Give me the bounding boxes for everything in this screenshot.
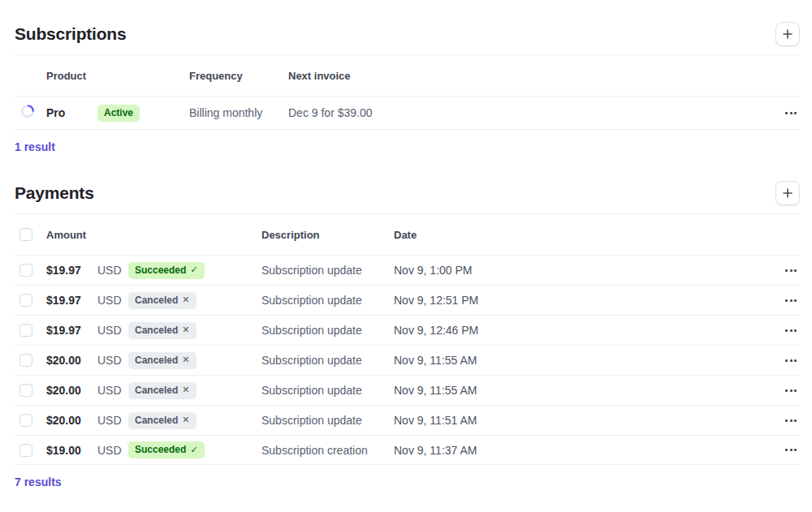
payment-checkbox-cell <box>15 294 46 307</box>
payment-description: Subscription update <box>261 384 394 397</box>
payment-amount-cell: $20.00 USD Canceled <box>46 382 261 399</box>
payment-overflow-menu-button[interactable] <box>782 265 800 277</box>
subscriptions-results-link[interactable]: 1 result <box>15 140 55 153</box>
subscriptions-col-next-invoice: Next invoice <box>288 70 767 82</box>
payment-status-badge: Succeeded <box>128 441 205 458</box>
payment-row[interactable]: $19.97 USD Succeeded Subscription update… <box>15 255 800 285</box>
payment-amount-cell: $19.97 USD Succeeded <box>46 262 261 279</box>
payment-description: Subscription update <box>261 324 394 337</box>
payment-status-badge: Canceled <box>128 352 197 369</box>
payment-row[interactable]: $20.00 USD Canceled Subscription update … <box>15 345 800 375</box>
payment-date: Nov 9, 1:00 PM <box>394 264 767 277</box>
payment-status-badge: Canceled <box>128 412 197 429</box>
subscription-overflow-menu-button[interactable] <box>782 107 800 119</box>
payment-amount-cell: $19.97 USD Canceled <box>46 292 261 309</box>
x-icon <box>182 295 189 304</box>
subscription-row[interactable]: Pro Active Billing monthly Dec 9 for $39… <box>15 96 800 130</box>
payment-status-label: Canceled <box>135 385 178 395</box>
payment-actions-cell <box>767 295 800 307</box>
ellipsis-icon <box>785 389 797 392</box>
payment-status-label: Succeeded <box>135 445 186 454</box>
add-payment-button[interactable] <box>775 181 800 205</box>
payments-section: Payments Amount Description Date $19.97 … <box>15 179 800 489</box>
check-icon <box>190 445 197 454</box>
payments-table-header: Amount Description Date <box>15 214 800 255</box>
payment-row[interactable]: $19.97 USD Canceled Subscription update … <box>15 285 800 315</box>
ellipsis-icon <box>785 419 797 422</box>
ellipsis-icon <box>785 359 797 362</box>
payment-amount: $20.00 <box>46 414 97 427</box>
payment-status-badge: Canceled <box>128 292 197 309</box>
payment-amount: $19.97 <box>46 264 97 277</box>
subscription-next-invoice: Dec 9 for $39.00 <box>288 106 767 119</box>
payments-col-description: Description <box>261 229 394 241</box>
payment-amount: $19.97 <box>46 324 97 337</box>
payment-amount-cell: $20.00 USD Canceled <box>46 412 261 429</box>
check-icon <box>190 265 197 274</box>
payment-overflow-menu-button[interactable] <box>782 325 800 337</box>
payment-status-label: Succeeded <box>135 265 186 275</box>
subscription-product-cell: Pro Active <box>46 105 189 122</box>
payment-currency: USD <box>97 354 128 367</box>
payment-amount: $19.00 <box>46 444 97 457</box>
subscription-product-name: Pro <box>46 106 97 119</box>
payment-row[interactable]: $20.00 USD Canceled Subscription update … <box>15 375 800 405</box>
plus-icon <box>782 187 793 199</box>
payment-actions-cell <box>767 325 800 337</box>
add-subscription-button[interactable] <box>775 22 800 46</box>
row-checkbox[interactable] <box>19 294 32 307</box>
row-checkbox[interactable] <box>19 354 32 367</box>
payments-results-link[interactable]: 7 results <box>15 475 62 488</box>
payment-description: Subscription update <box>261 264 394 277</box>
payment-amount: $19.97 <box>46 294 97 307</box>
row-checkbox[interactable] <box>19 264 32 277</box>
payment-date: Nov 9, 11:51 AM <box>394 414 767 427</box>
payment-description: Subscription update <box>261 294 394 307</box>
payment-amount-cell: $19.97 USD Canceled <box>46 322 261 339</box>
payment-overflow-menu-button[interactable] <box>782 385 800 397</box>
row-checkbox[interactable] <box>19 324 32 337</box>
ellipsis-icon <box>785 269 797 272</box>
payment-overflow-menu-button[interactable] <box>782 444 800 456</box>
payment-row[interactable]: $19.00 USD Succeeded Subscription creati… <box>15 435 800 465</box>
payment-status-badge: Succeeded <box>128 262 205 279</box>
payment-amount: $20.00 <box>46 354 97 367</box>
payments-col-date: Date <box>394 229 767 241</box>
subscriptions-col-frequency: Frequency <box>189 70 288 82</box>
x-icon <box>182 415 189 424</box>
payment-status-label: Canceled <box>135 295 178 305</box>
x-icon <box>182 355 189 364</box>
payment-checkbox-cell <box>15 384 46 397</box>
payment-currency: USD <box>97 324 128 337</box>
payments-title: Payments <box>15 183 94 203</box>
payment-status-badge: Canceled <box>128 322 197 339</box>
ellipsis-icon <box>785 329 797 332</box>
payment-description: Subscription creation <box>261 444 394 457</box>
select-all-checkbox[interactable] <box>19 228 32 241</box>
subscriptions-header: Subscriptions <box>15 19 800 49</box>
payment-status-badge: Canceled <box>128 382 197 399</box>
subscriptions-col-product: Product <box>46 70 189 82</box>
payment-actions-cell <box>767 444 800 456</box>
payment-actions-cell <box>767 355 800 367</box>
payment-date: Nov 9, 12:51 PM <box>394 294 767 307</box>
subscription-status-cell <box>15 104 46 122</box>
payment-overflow-menu-button[interactable] <box>782 415 800 427</box>
payment-date: Nov 9, 11:55 AM <box>394 354 767 367</box>
payment-overflow-menu-button[interactable] <box>782 355 800 367</box>
row-checkbox[interactable] <box>19 384 32 397</box>
payment-currency: USD <box>97 384 128 397</box>
payment-description: Subscription update <box>261 354 394 367</box>
payment-actions-cell <box>767 265 800 277</box>
row-checkbox[interactable] <box>19 444 32 457</box>
payment-checkbox-cell <box>15 414 46 427</box>
payment-overflow-menu-button[interactable] <box>782 295 800 307</box>
payment-checkbox-cell <box>15 264 46 277</box>
x-icon <box>182 385 189 394</box>
payment-row[interactable]: $19.97 USD Canceled Subscription update … <box>15 315 800 345</box>
payment-date: Nov 9, 11:37 AM <box>394 444 767 457</box>
payment-row[interactable]: $20.00 USD Canceled Subscription update … <box>15 405 800 435</box>
row-checkbox[interactable] <box>19 414 32 427</box>
subscription-frequency: Billing monthly <box>189 106 288 119</box>
subscription-status-badge: Active <box>97 105 140 122</box>
